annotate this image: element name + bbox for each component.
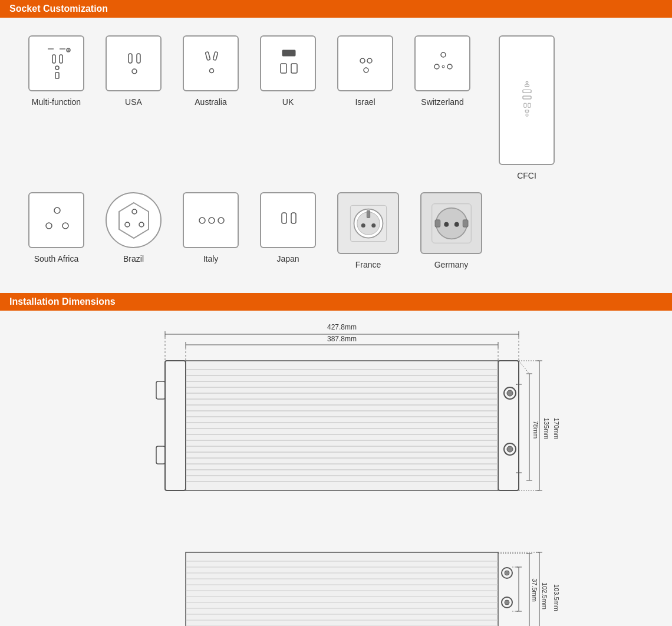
svg-point-55 — [444, 222, 449, 226]
socket-item-switzerland: Switzerland — [414, 35, 470, 107]
svg-point-131 — [505, 600, 509, 605]
svg-rect-10 — [137, 54, 140, 63]
svg-point-97 — [507, 446, 513, 452]
socket-icon-italy — [183, 192, 239, 248]
svg-text:103.5mm: 103.5mm — [553, 584, 560, 611]
svg-point-95 — [507, 390, 513, 396]
svg-point-34 — [46, 223, 52, 229]
svg-rect-13 — [213, 51, 218, 60]
socket-label-uk: UK — [282, 97, 294, 107]
svg-point-37 — [132, 209, 137, 214]
socket-icon-germany — [420, 192, 482, 254]
side-view-diagram: 103.5mm 102.5mm 37.5mm — [94, 535, 578, 626]
socket-label-france: France — [355, 260, 381, 269]
socket-icon-multi-function — [28, 35, 84, 91]
socket-item-brazil: Brazil — [106, 192, 162, 263]
socket-label-cfci: CFCI — [517, 171, 536, 180]
svg-rect-43 — [282, 213, 286, 223]
socket-label-multi-function: Multi-function — [32, 97, 81, 107]
svg-point-19 — [367, 58, 372, 63]
svg-point-11 — [132, 69, 137, 74]
svg-marker-36 — [119, 203, 149, 238]
svg-text:135mm: 135mm — [543, 418, 550, 440]
socket-item-italy: Italy — [183, 192, 239, 263]
socket-header: Socket Customization — [0, 0, 672, 18]
svg-rect-44 — [291, 213, 296, 223]
svg-point-33 — [54, 207, 60, 213]
svg-text:387.8mm: 387.8mm — [327, 335, 357, 343]
svg-point-50 — [371, 223, 375, 228]
dimensions-block: 427.8mm 387.8mm — [0, 311, 672, 626]
socket-icon-japan — [260, 192, 316, 248]
svg-point-21 — [441, 52, 446, 57]
svg-text:37.5mm: 37.5mm — [531, 578, 538, 602]
socket-item-australia: Australia — [183, 35, 239, 107]
svg-point-7 — [55, 66, 59, 70]
svg-point-56 — [454, 222, 459, 226]
socket-title: Socket Customization — [9, 4, 108, 14]
svg-point-129 — [505, 571, 509, 575]
socket-item-uk: UK — [260, 35, 316, 107]
svg-rect-53 — [435, 219, 440, 226]
dimensions-header: Installation Dimensions — [0, 293, 672, 311]
svg-text:102.5mm: 102.5mm — [541, 582, 548, 609]
socket-icon-south-africa — [28, 192, 84, 248]
socket-label-south-africa: South Africa — [34, 254, 79, 263]
socket-label-australia: Australia — [195, 97, 226, 107]
svg-point-32 — [525, 114, 528, 116]
socket-label-usa: USA — [125, 97, 142, 107]
svg-rect-93 — [156, 446, 165, 464]
socket-item-israel: Israel — [337, 35, 393, 107]
svg-rect-12 — [205, 51, 210, 60]
svg-point-52 — [436, 207, 467, 239]
svg-text:427.8mm: 427.8mm — [327, 323, 357, 331]
svg-point-38 — [125, 222, 130, 227]
side-view-container: 103.5mm 102.5mm 37.5mm — [18, 535, 654, 626]
socket-item-south-africa: South Africa — [28, 192, 84, 263]
svg-point-41 — [209, 218, 215, 223]
socket-label-israel: Israel — [355, 97, 375, 107]
svg-rect-92 — [156, 381, 165, 399]
svg-rect-27 — [523, 90, 531, 93]
svg-rect-29 — [523, 103, 526, 107]
socket-grid-row2: South Africa Brazil — [18, 186, 654, 275]
socket-icon-switzerland — [414, 35, 470, 91]
svg-rect-15 — [282, 50, 295, 56]
socket-grid: Multi-function USA — [18, 29, 654, 186]
svg-rect-54 — [463, 219, 468, 226]
socket-label-brazil: Brazil — [123, 254, 144, 263]
svg-point-40 — [199, 218, 205, 223]
dimensions-title: Installation Dimensions — [9, 296, 116, 307]
socket-section: Socket Customization — [0, 0, 672, 293]
socket-icon-israel — [337, 35, 393, 91]
svg-point-18 — [360, 58, 365, 63]
socket-item-multi-function: Multi-function — [28, 35, 84, 107]
front-view-container: 427.8mm 387.8mm — [18, 317, 654, 517]
svg-point-42 — [218, 218, 224, 223]
svg-rect-26 — [525, 85, 529, 87]
svg-rect-71 — [186, 361, 498, 490]
svg-rect-16 — [281, 64, 286, 73]
svg-point-22 — [434, 64, 439, 69]
svg-rect-70 — [498, 361, 519, 490]
socket-label-italy: Italy — [203, 254, 219, 263]
socket-icon-brazil — [106, 192, 162, 248]
svg-rect-8 — [55, 73, 59, 78]
front-view-diagram: 427.8mm 387.8mm — [94, 317, 578, 517]
svg-point-24 — [442, 65, 444, 68]
svg-rect-69 — [165, 361, 186, 490]
socket-icon-australia — [183, 35, 239, 91]
svg-rect-31 — [525, 110, 529, 113]
socket-label-switzerland: Switzerland — [421, 97, 463, 107]
dimensions-section: Installation Dimensions 427.8mm 387.8mm — [0, 293, 672, 626]
socket-icon-usa — [106, 35, 162, 91]
svg-point-14 — [209, 68, 213, 73]
svg-rect-5 — [52, 55, 55, 63]
svg-point-49 — [361, 223, 365, 228]
svg-point-23 — [447, 64, 452, 69]
socket-item-usa: USA — [106, 35, 162, 107]
svg-point-20 — [364, 68, 368, 73]
socket-item-japan: Japan — [260, 192, 316, 263]
svg-rect-17 — [291, 64, 297, 73]
svg-point-39 — [139, 222, 144, 227]
